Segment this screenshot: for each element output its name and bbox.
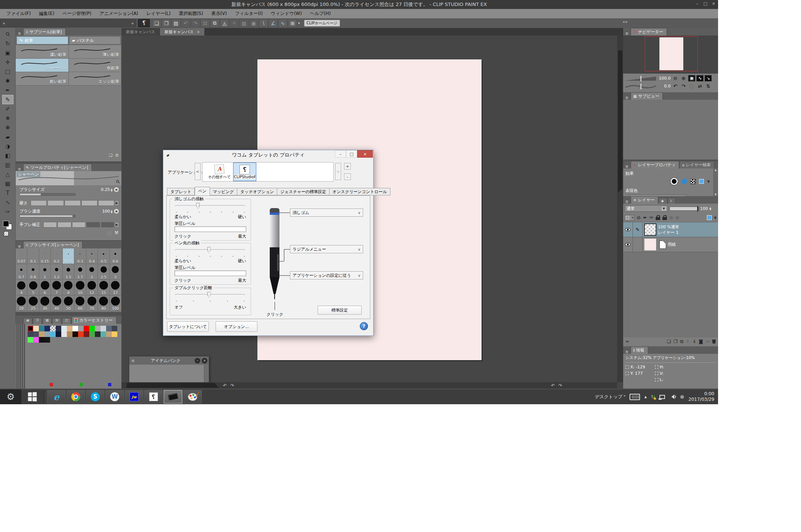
menu-item[interactable]: 編集(E)	[35, 9, 58, 18]
reset-rotate-icon[interactable]: ◌	[688, 83, 695, 89]
color-swatch[interactable]	[100, 326, 106, 331]
zoom-out-icon[interactable]: ⊖	[672, 75, 679, 81]
layer-visibility-icon[interactable]	[625, 228, 631, 231]
taskbar-jww-button[interactable]: Jw	[125, 390, 143, 403]
color-swatch[interactable]	[106, 331, 112, 337]
color-swatch[interactable]	[50, 331, 56, 337]
brush-size-cell[interactable]: 70	[86, 296, 98, 311]
color-swatch[interactable]	[100, 331, 106, 337]
gradient-tool-icon[interactable]: ▥	[2, 160, 13, 170]
intermediate-color-tab-icon[interactable]: ⊞	[52, 318, 61, 324]
menu-item[interactable]: 表示(V)	[207, 9, 231, 18]
subtool-item[interactable]: エッジ鉛筆	[69, 72, 122, 86]
snap-special-ruler-icon[interactable]: ∠	[269, 19, 278, 27]
color-swatch[interactable]	[67, 326, 72, 331]
view-mode-dropdown-icon[interactable]: ▾	[298, 21, 300, 25]
color-swatch[interactable]	[44, 337, 50, 343]
transparent-color-chip[interactable]	[4, 231, 9, 236]
about-tablet-button[interactable]: タブレットについて	[167, 321, 209, 332]
opacity-stepper[interactable]: ▲▼	[709, 207, 711, 210]
fit-to-screen-icon[interactable]: ▣	[688, 75, 695, 81]
undo-icon[interactable]: ↶	[181, 19, 190, 27]
color-swatch[interactable]	[61, 331, 67, 337]
brush-size-cell[interactable]: 1.7	[74, 264, 86, 280]
view-mode-icon[interactable]: ⊞	[288, 19, 297, 27]
menu-item[interactable]: ヘルプ(H)	[306, 9, 335, 18]
touch-keyboard-icon[interactable]	[630, 394, 640, 400]
layer-row-paper[interactable]: 用紙	[623, 237, 718, 252]
selection-tool-icon[interactable]: □	[2, 67, 13, 76]
tool-settings-wrench-icon[interactable]: ⚒	[114, 230, 118, 237]
app-item-all-others[interactable]: その他すべて	[205, 163, 233, 181]
snap-ruler-icon[interactable]: ∖	[259, 19, 268, 27]
save-icon[interactable]: ▤	[171, 19, 180, 27]
duplicate-layer-icon[interactable]: ⧉	[680, 339, 684, 344]
dialog-tab[interactable]: ペン	[195, 187, 210, 195]
color-swatch[interactable]	[56, 326, 61, 331]
navigator-view-frame[interactable]	[645, 36, 698, 71]
snap-guide-icon[interactable]: ∿	[278, 19, 287, 27]
subtool-item[interactable]: 粗い鉛筆	[16, 72, 69, 86]
layer-move-tool-icon[interactable]: ✛	[2, 58, 13, 67]
brush-size-cell[interactable]: 1	[39, 264, 51, 280]
vertical-scrollbar[interactable]	[617, 35, 623, 382]
brush-size-cell[interactable]: 8	[63, 280, 74, 296]
tip-feel-slider[interactable]	[175, 249, 245, 251]
brush-size-cell[interactable]: 0.4	[86, 248, 98, 264]
apply-mask-icon[interactable]: ↪	[706, 339, 709, 344]
color-swatch[interactable]	[56, 331, 61, 337]
layer-palette-tab2[interactable]: ◈	[658, 198, 668, 204]
left-dock-collapse-strip[interactable]: « «	[0, 19, 136, 27]
right-dock-collapse-icon[interactable]: «»	[623, 19, 628, 24]
delete-layer-icon[interactable]	[712, 340, 716, 344]
pen-tool-icon[interactable]: ✒	[2, 86, 13, 95]
rotate-right-icon[interactable]: ↷	[559, 383, 562, 388]
material-icon[interactable]: ▣	[249, 19, 258, 27]
brush-size-dynamics-icon[interactable]: ◉	[114, 187, 119, 192]
dialog-maximize-button[interactable]: □	[346, 150, 357, 158]
brush-size-cell[interactable]: 25	[27, 296, 39, 311]
layer-visibility-icon[interactable]	[625, 243, 631, 246]
brush-size-cell[interactable]: 50	[63, 296, 74, 311]
dialog-tab[interactable]: オンスクリーンコントロール	[330, 188, 390, 195]
snap-grid-icon[interactable]: ⌗	[230, 19, 239, 27]
clip-homepage-button[interactable]: CLIPホームページ	[304, 20, 340, 27]
layer-color-dropdown-icon[interactable]: ▼	[714, 216, 717, 220]
rotate-right-icon[interactable]: ↷	[231, 383, 234, 388]
tone-icon[interactable]: ▨	[239, 19, 248, 27]
panel-menu-icon[interactable]: ≣	[623, 31, 631, 35]
app-item-clip-studio[interactable]: ? CLIPStudioP…	[233, 163, 256, 181]
menu-item[interactable]: 選択範囲(S)	[175, 9, 207, 18]
frame-tool-icon[interactable]: ▦	[2, 179, 13, 188]
color-swatch[interactable]	[33, 337, 39, 343]
hardness-segments[interactable]	[31, 200, 114, 206]
subtool-item[interactable]: 薄い鉛筆	[69, 45, 122, 59]
reference-layer-icon[interactable]: ✒	[643, 215, 647, 220]
color-swatch[interactable]	[28, 331, 33, 337]
desktop-toolbar[interactable]: デスクトップ»	[595, 394, 625, 400]
brush-size-cell[interactable]: 80	[98, 296, 109, 311]
menu-item[interactable]: ウィンドウ(W)	[267, 9, 306, 18]
rotate-left-icon[interactable]: ↶	[551, 383, 555, 388]
document-tab-active[interactable]: 新規キャンバス×	[160, 28, 204, 35]
color-swatch[interactable]	[33, 331, 39, 337]
brush-size-cell[interactable]: 2	[86, 264, 98, 280]
color-swatch[interactable]	[78, 326, 84, 331]
slider-thumb[interactable]	[207, 292, 211, 298]
open-file-icon[interactable]: ❐	[162, 19, 171, 27]
layer-property-scrollbar[interactable]: ▲▼	[713, 168, 718, 196]
color-swatch[interactable]	[44, 326, 50, 331]
blue-chip[interactable]	[108, 383, 111, 386]
opacity-slider[interactable]	[669, 207, 699, 211]
color-swatch[interactable]	[72, 331, 78, 337]
layer-filter-combo[interactable]: ▾	[625, 215, 634, 221]
color-swatch[interactable]	[50, 326, 56, 331]
menu-item[interactable]: フィルター(I)	[231, 9, 267, 18]
color-swatch[interactable]	[84, 326, 89, 331]
watercolor-edge-icon[interactable]	[681, 179, 687, 184]
app-scroll-left-button[interactable]: <	[195, 163, 201, 180]
pencil-tool-icon[interactable]: ✎	[2, 95, 13, 104]
density-stepper[interactable]: ▲▼	[111, 210, 112, 213]
brush-size-cell[interactable]: 0.5	[98, 248, 109, 264]
color-swatch[interactable]	[39, 337, 44, 343]
